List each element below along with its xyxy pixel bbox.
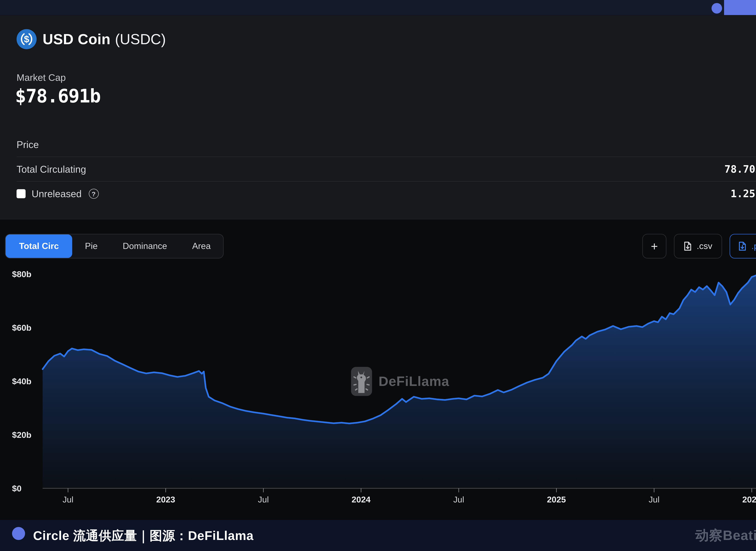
footer-brand-watermark: 动察Beating: [695, 520, 756, 551]
svg-text:Jul: Jul: [453, 495, 464, 504]
svg-text:2026: 2026: [742, 495, 756, 504]
top-bar: [0, 0, 756, 15]
stat-label: Unreleased ?: [16, 188, 99, 199]
watermark-text: DeFiLlama: [379, 374, 449, 389]
stat-label: Total Circulating: [16, 163, 86, 175]
market-cap-label: Market Cap: [16, 72, 66, 83]
market-cap-value: $78.691b: [15, 85, 100, 107]
coin-ticker: (USDC): [115, 31, 166, 47]
stat-row-total-circulating: Total Circulating 78.702b: [16, 157, 756, 182]
svg-text:2025: 2025: [547, 495, 566, 504]
download-csv-button[interactable]: .csv: [674, 234, 722, 258]
chart-tabs: Total Circ Pie Dominance Area: [5, 234, 224, 258]
tab-pie[interactable]: Pie: [72, 234, 110, 258]
topbar-dot-decoration: [712, 3, 722, 14]
page: $ USD Coin (USDC) Market Cap $78.691b Pr…: [0, 0, 756, 551]
button-label: .png: [751, 241, 756, 251]
screenshot-viewport: $ USD Coin (USDC) Market Cap $78.691b Pr…: [0, 0, 756, 551]
download-png-button[interactable]: .png: [730, 234, 756, 258]
add-chart-button[interactable]: +: [642, 234, 666, 258]
button-label: .csv: [697, 241, 712, 251]
svg-text:$: $: [24, 34, 29, 44]
svg-text:2024: 2024: [352, 495, 371, 504]
usdc-coin-icon: $: [16, 29, 37, 49]
defillama-watermark: DeFiLlama: [351, 367, 449, 396]
defillama-llama-icon: [351, 367, 372, 396]
stat-value: 1.256b: [731, 188, 756, 200]
svg-text:$0: $0: [12, 484, 22, 493]
svg-text:Jul: Jul: [258, 495, 269, 504]
stat-value: $1: [755, 138, 756, 150]
unreleased-checkbox[interactable]: [16, 189, 26, 198]
svg-text:Jul: Jul: [63, 495, 73, 504]
topbar-rect-decoration: [724, 0, 756, 15]
download-file-icon: [684, 241, 692, 251]
stats-table: Price $1 Total Circulating 78.702b Unrel…: [16, 132, 756, 206]
svg-text:2023: 2023: [156, 495, 175, 504]
download-file-icon: [738, 241, 747, 251]
tab-area[interactable]: Area: [180, 234, 223, 258]
footer-dot-icon: [12, 527, 25, 540]
coin-name: USD Coin: [43, 31, 111, 47]
stat-row-unreleased: Unreleased ? 1.256b: [16, 182, 756, 206]
stat-label: Price: [16, 139, 39, 150]
help-icon[interactable]: ?: [89, 189, 99, 199]
footer-caption: Circle 流通供应量｜图源：DeFiLlama: [33, 520, 254, 551]
svg-text:$20b: $20b: [12, 430, 31, 440]
tab-dominance[interactable]: Dominance: [110, 234, 180, 258]
stat-value: 78.702b: [724, 163, 756, 175]
unreleased-label: Unreleased: [32, 188, 82, 199]
svg-text:$40b: $40b: [12, 377, 31, 386]
tab-total-circ[interactable]: Total Circ: [5, 234, 72, 258]
svg-text:$80b: $80b: [12, 269, 31, 279]
svg-text:$60b: $60b: [12, 323, 31, 333]
page-title: USD Coin (USDC): [43, 29, 166, 49]
svg-text:Jul: Jul: [649, 495, 660, 504]
stat-row-price: Price $1: [16, 132, 756, 157]
